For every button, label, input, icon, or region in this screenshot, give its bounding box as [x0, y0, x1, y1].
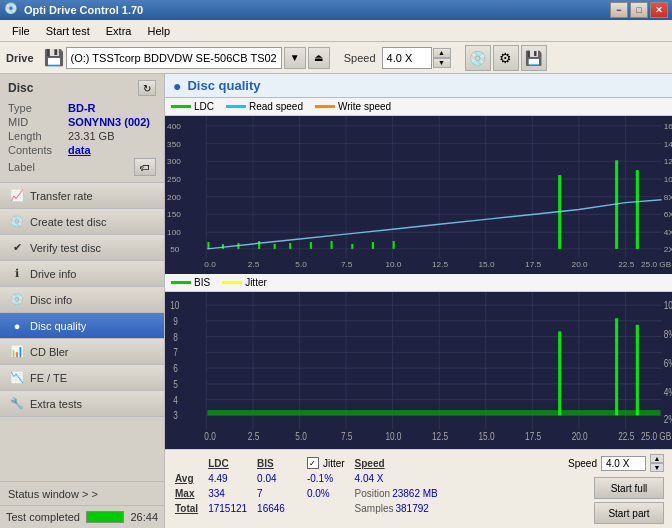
status-window-btn[interactable]: Status window > > — [0, 482, 164, 506]
svg-text:14X: 14X — [664, 140, 672, 149]
legend-write-speed-color — [315, 105, 335, 108]
svg-rect-80 — [558, 331, 561, 415]
svg-text:15.0: 15.0 — [479, 260, 496, 269]
drive-label: Drive — [6, 52, 34, 64]
svg-text:25.0 GB: 25.0 GB — [641, 430, 671, 442]
disc-label-label: Label — [8, 161, 68, 173]
disc-panel: Disc ↻ Type BD-R MID SONYNN3 (002) Lengt… — [0, 74, 164, 183]
stats-avg-jitter: -0.1% — [307, 472, 353, 485]
drive-bar: Drive 💾 (O:) TSSTcorp BDDVDW SE-506CB TS… — [0, 42, 672, 74]
speed-stepper-down[interactable]: ▼ — [650, 463, 664, 472]
svg-text:2X: 2X — [664, 245, 672, 254]
svg-text:4: 4 — [173, 393, 178, 405]
svg-text:15.0: 15.0 — [479, 430, 495, 442]
start-full-btn[interactable]: Start full — [594, 477, 664, 499]
svg-text:0.0: 0.0 — [204, 430, 215, 442]
stats-total-bis: 16646 — [257, 502, 293, 515]
legend-jitter-color — [222, 281, 242, 284]
disc-type-label: Type — [8, 102, 68, 114]
cd-bler-icon: 📊 — [10, 345, 24, 359]
svg-text:17.5: 17.5 — [525, 260, 542, 269]
svg-text:50: 50 — [170, 245, 180, 254]
save-icon-btn[interactable]: 💾 — [521, 45, 547, 71]
menu-extra[interactable]: Extra — [98, 23, 140, 39]
close-button[interactable]: ✕ — [650, 2, 668, 18]
svg-text:16X: 16X — [664, 122, 672, 131]
jitter-label: Jitter — [323, 458, 345, 469]
bottom-chart-svg: 10 9 8 7 6 5 4 3 10% 8% 6% 4% 2% 0.0 2.5… — [165, 292, 672, 450]
disc-refresh-btn[interactable]: ↻ — [138, 80, 156, 96]
svg-text:10.0: 10.0 — [385, 260, 402, 269]
stats-avg-label: Avg — [175, 472, 206, 485]
speed-stepper-up[interactable]: ▲ — [650, 454, 664, 463]
minimize-button[interactable]: − — [610, 2, 628, 18]
toolbar-icons: 💿 ⚙ 💾 — [465, 45, 547, 71]
disc-icon-btn[interactable]: 💿 — [465, 45, 491, 71]
svg-text:22.5: 22.5 — [618, 430, 634, 442]
sidebar: Disc ↻ Type BD-R MID SONYNN3 (002) Lengt… — [0, 74, 165, 528]
stats-max-ldc: 334 — [208, 487, 255, 500]
svg-text:100: 100 — [167, 228, 181, 237]
stats-avg-ldc: 4.49 — [208, 472, 255, 485]
svg-text:12.5: 12.5 — [432, 430, 448, 442]
sidebar-item-extra-tests[interactable]: 🔧 Extra tests — [0, 391, 164, 417]
sidebar-item-disc-quality[interactable]: ● Disc quality — [0, 313, 164, 339]
svg-text:12X: 12X — [664, 157, 672, 166]
stats-total-label: Total — [175, 502, 206, 515]
content-header-icon: ● — [173, 78, 181, 94]
sidebar-item-drive-info[interactable]: ℹ Drive info — [0, 261, 164, 287]
top-chart-svg: 400 350 300 250 200 150 100 50 16X 14X 1… — [165, 116, 672, 274]
svg-text:10: 10 — [170, 299, 179, 311]
speed-up-btn[interactable]: ▲ — [433, 48, 451, 58]
svg-text:7.5: 7.5 — [341, 430, 352, 442]
disc-contents-value[interactable]: data — [68, 144, 91, 156]
stats-max-jitter: 0.0% — [307, 487, 353, 500]
speed-down-btn[interactable]: ▼ — [433, 58, 451, 68]
disc-length-label: Length — [8, 130, 68, 142]
svg-text:150: 150 — [167, 211, 181, 220]
svg-rect-26 — [331, 241, 333, 249]
jitter-checkbox[interactable]: ✓ — [307, 457, 319, 469]
legend-jitter: Jitter — [222, 277, 267, 288]
speed-label: Speed — [344, 52, 376, 64]
disc-length-value: 23.31 GB — [68, 130, 114, 142]
drive-select[interactable]: (O:) TSSTcorp BDDVDW SE-506CB TS02 — [66, 47, 282, 69]
menu-help[interactable]: Help — [139, 23, 178, 39]
sidebar-item-fe-te[interactable]: 📉 FE / TE — [0, 365, 164, 391]
disc-quality-icon: ● — [10, 319, 24, 333]
svg-text:2.5: 2.5 — [248, 260, 260, 269]
menu-start-test[interactable]: Start test — [38, 23, 98, 39]
legend-write-speed: Write speed — [315, 101, 391, 112]
stats-position-value: 23862 MB — [392, 488, 438, 499]
svg-text:10X: 10X — [664, 175, 672, 184]
stats-col-bis: BIS — [257, 456, 293, 470]
speed-dropdown[interactable]: 4.0 X — [601, 456, 646, 471]
sidebar-item-verify-test-disc[interactable]: ✔ Verify test disc — [0, 235, 164, 261]
sidebar-item-disc-info[interactable]: 💿 Disc info — [0, 287, 164, 313]
svg-rect-32 — [636, 170, 639, 249]
stats-avg-speed: 4.04 X — [355, 472, 446, 485]
svg-text:6X: 6X — [664, 211, 672, 220]
svg-text:5.0: 5.0 — [295, 430, 306, 442]
legend-read-speed-color — [226, 105, 246, 108]
settings-icon-btn[interactable]: ⚙ — [493, 45, 519, 71]
svg-rect-81 — [615, 318, 618, 415]
speed-select[interactable]: 4.0 X — [382, 47, 432, 69]
sidebar-item-create-test-disc[interactable]: 💿 Create test disc — [0, 209, 164, 235]
create-disc-icon: 💿 — [10, 215, 24, 229]
svg-text:6%: 6% — [664, 356, 672, 368]
sidebar-item-transfer-rate[interactable]: 📈 Transfer rate — [0, 183, 164, 209]
svg-text:10%: 10% — [664, 299, 672, 311]
menu-file[interactable]: File — [4, 23, 38, 39]
sidebar-item-cd-bler[interactable]: 📊 CD Bler — [0, 339, 164, 365]
drive-eject-btn[interactable]: ⏏ — [308, 47, 330, 69]
content-header: ● Disc quality — [165, 74, 672, 98]
maximize-button[interactable]: □ — [630, 2, 648, 18]
stats-avg-bis: 0.04 — [257, 472, 293, 485]
drive-dropdown-btn[interactable]: ▼ — [284, 47, 306, 69]
disc-label-icon[interactable]: 🏷 — [134, 158, 156, 176]
svg-text:8: 8 — [173, 330, 178, 342]
main-area: Disc ↻ Type BD-R MID SONYNN3 (002) Lengt… — [0, 74, 672, 528]
start-part-btn[interactable]: Start part — [594, 502, 664, 524]
svg-text:2%: 2% — [664, 413, 672, 425]
